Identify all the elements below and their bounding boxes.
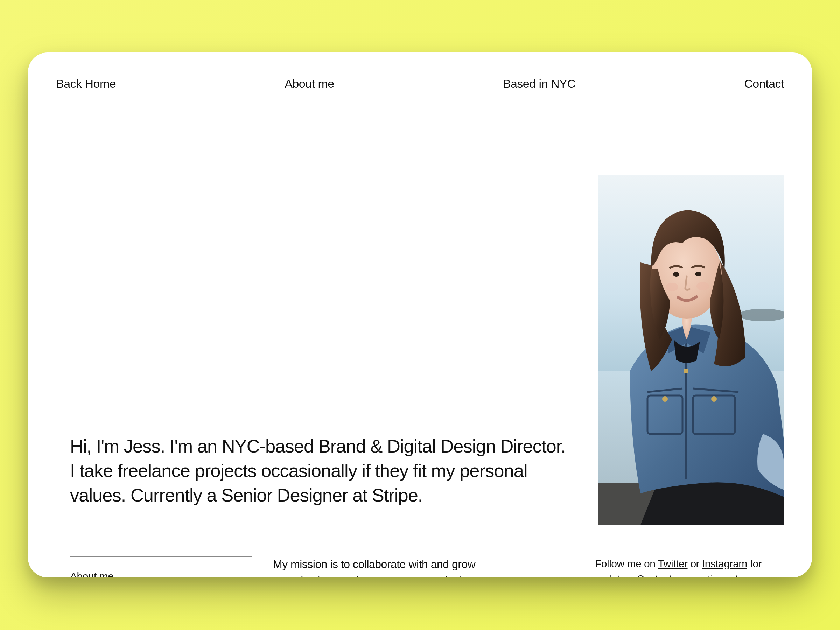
twitter-link[interactable]: Twitter xyxy=(658,558,688,570)
svg-point-13 xyxy=(666,283,678,291)
svg-point-14 xyxy=(696,282,709,291)
hero-intro: Hi, I'm Jess. I'm an NYC-based Brand & D… xyxy=(70,434,574,507)
svg-point-7 xyxy=(711,396,717,402)
svg-point-6 xyxy=(662,396,668,402)
follow-text: Follow me on Twitter or Instagram for up… xyxy=(595,556,784,578)
svg-point-11 xyxy=(673,272,679,277)
follow-or: or xyxy=(688,558,702,570)
page-card: Back Home About me Based in NYC Contact xyxy=(28,52,812,578)
nav-contact[interactable]: Contact xyxy=(744,77,784,91)
nav-location: Based in NYC xyxy=(503,77,576,91)
instagram-link[interactable]: Instagram xyxy=(702,558,747,570)
nav-about-me[interactable]: About me xyxy=(284,77,334,91)
svg-point-9 xyxy=(684,369,688,373)
portrait-photo xyxy=(598,175,784,525)
mission-text: My mission is to collaborate with and gr… xyxy=(273,556,525,578)
footer-row: About me My mission is to collaborate wi… xyxy=(70,556,784,578)
top-nav: Back Home About me Based in NYC Contact xyxy=(56,77,784,91)
nav-back-home[interactable]: Back Home xyxy=(56,77,116,91)
about-label-block: About me xyxy=(70,556,259,578)
divider-rule xyxy=(70,556,252,557)
about-label: About me xyxy=(70,570,259,578)
follow-prefix: Follow me on xyxy=(595,558,658,570)
svg-point-12 xyxy=(695,272,701,276)
